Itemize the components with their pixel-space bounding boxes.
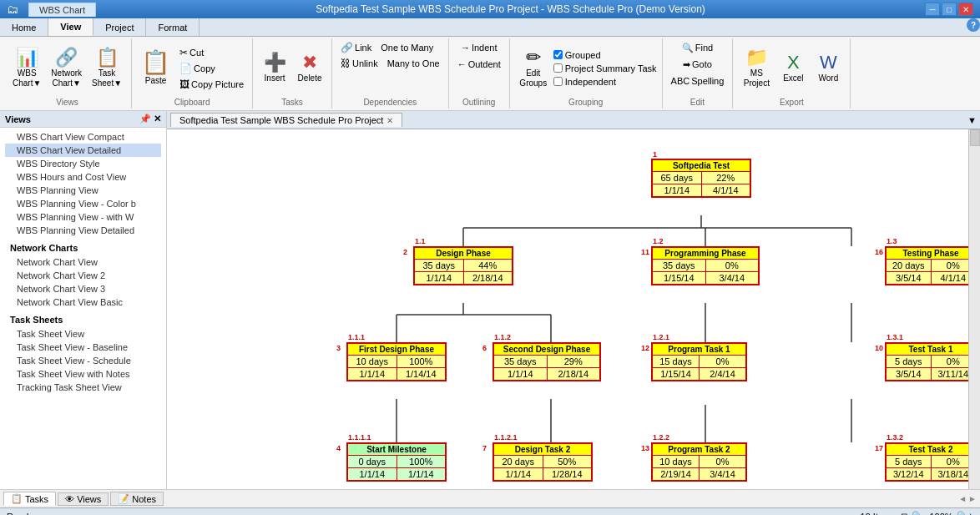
views-list: WBS Chart View Compact WBS Chart View De… — [0, 128, 166, 489]
independent-checkbox[interactable] — [553, 77, 563, 86]
view-item-wbs-detailed[interactable]: WBS Chart View Detailed — [5, 144, 161, 157]
bottom-tab-notes[interactable]: 📝 Notes — [110, 492, 164, 506]
view-item-wbs-compact[interactable]: WBS Chart View Compact — [5, 130, 161, 144]
view-item-network-basic[interactable]: Network Chart View Basic — [5, 295, 161, 309]
doc-tab-close[interactable]: ✕ — [386, 116, 393, 125]
goto-button[interactable]: ➡ Goto — [679, 57, 715, 72]
edit-groups-button[interactable]: ✏ EditGroups — [515, 43, 552, 93]
view-item-wbs-planning-color[interactable]: WBS Planning View - Color b — [5, 197, 161, 210]
wbs-node-1-1[interactable]: 1.1 2 Design Phase 35 days 44% 1/1/14 2/… — [413, 246, 513, 285]
word-button[interactable]: W Word — [811, 43, 845, 93]
view-item-tracking-task-sheet[interactable]: Tracking Task Sheet View — [5, 381, 161, 394]
grouped-checkbox[interactable] — [553, 50, 563, 59]
node-end-1-1-1-1: 1/1/14 — [397, 468, 446, 480]
doc-tab-scroll[interactable]: ▼ — [964, 115, 980, 125]
view-item-wbs-planning[interactable]: WBS Planning View — [5, 184, 161, 197]
tasks-group-content: ➕ Insert ✖ Delete — [258, 40, 326, 96]
ribbon-group-grouping: ✏ EditGroups Grouped Project Summary Tas… — [510, 38, 663, 109]
restore-button[interactable]: □ — [942, 3, 957, 16]
spelling-button[interactable]: ABC Spelling — [668, 73, 728, 88]
wbs-node-1-1-2-1[interactable]: 1.1.2.1 7 Design Task 2 20 days 50% 1/1/… — [493, 442, 593, 482]
bottom-tabs: 📋 Tasks 👁 Views 📝 Notes ◄ ► — [0, 489, 980, 507]
node-end-1-1-2-1: 1/28/14 — [543, 468, 592, 480]
bottom-tab-views[interactable]: 👁 Views — [58, 492, 109, 506]
view-item-network-3[interactable]: Network Chart View 3 — [5, 282, 161, 295]
doc-tab[interactable]: Softpedia Test Sample WBS Schedule Pro P… — [170, 113, 402, 127]
one-to-many-button[interactable]: One to Many — [377, 40, 437, 55]
project-summary-checkbox-row[interactable]: Project Summary Task — [553, 63, 657, 73]
outdent-button[interactable]: ← Outdent — [454, 57, 504, 72]
view-item-task-sheet-baseline[interactable]: Task Sheet View - Baseline — [5, 341, 161, 354]
wbs-node-1-2-1[interactable]: 1.2.1 12 Program Task 1 15 days 0% 1/15/… — [651, 342, 747, 381]
task-sheet-button[interactable]: 📋 TaskSheet▼ — [88, 43, 126, 93]
task-sheets-section: Task Sheets — [5, 312, 161, 327]
clipboard-group-label: Clipboard — [137, 96, 247, 107]
wbs-node-1-3-2[interactable]: 1.3.2 17 Test Task 2 5 days 0% 3/12/14 3… — [885, 442, 977, 482]
spelling-label: Spelling — [691, 76, 724, 86]
delete-button[interactable]: ✖ Delete — [293, 43, 326, 93]
status-zoom-out[interactable]: 🔍- — [912, 511, 927, 515]
word-label: Word — [819, 73, 839, 83]
view-item-task-sheet-1[interactable]: Task Sheet View — [5, 327, 161, 341]
find-button[interactable]: 🔍 Find — [679, 40, 716, 55]
tab-format[interactable]: Format — [146, 18, 200, 36]
indent-button[interactable]: → Indent — [457, 40, 501, 55]
view-item-wbs-planning-detailed[interactable]: WBS Planning View Detailed — [5, 224, 161, 237]
views-panel-pin[interactable]: 📌 — [139, 114, 151, 124]
tab-project[interactable]: Project — [93, 18, 146, 36]
cut-button[interactable]: ✂ Cut — [176, 45, 247, 60]
grouped-checkbox-row[interactable]: Grouped — [553, 50, 657, 60]
clipboard-stack: ✂ Cut 📄 Copy 🖼 Copy Picture — [176, 45, 247, 92]
copy-button[interactable]: 📄 Copy — [176, 61, 247, 76]
status-zoom: 100% — [929, 512, 952, 516]
node-row-1b: 1/1/14 4/1/14 — [653, 184, 750, 196]
view-item-network-1[interactable]: Network Chart View — [5, 255, 161, 269]
insert-button[interactable]: ➕ Insert — [258, 43, 291, 93]
link-button[interactable]: 🔗 Link — [337, 40, 375, 55]
copy-picture-button[interactable]: 🖼 Copy Picture — [176, 77, 247, 92]
bottom-tab-tasks[interactable]: 📋 Tasks — [3, 492, 56, 506]
wbs-node-1-2[interactable]: 1.2 11 Programming Phase 35 days 0% 1/15… — [651, 246, 760, 285]
help-button[interactable]: ? — [967, 18, 980, 32]
network-chart-button[interactable]: 🔗 NetworkChart▼ — [47, 43, 86, 93]
node-duration-1-1-2: 35 days — [494, 356, 548, 367]
views-panel-close[interactable]: ✕ — [154, 114, 161, 124]
view-item-wbs-directory[interactable]: WBS Directory Style — [5, 157, 161, 170]
node-duration-1-1-2-1: 20 days — [494, 456, 543, 467]
node-start-1-1-1-1: 1/1/14 — [348, 468, 397, 480]
tab-home[interactable]: Home — [0, 18, 48, 36]
wbs-node-1-1-1[interactable]: 1.1.1 3 First Design Phase 10 days 100% … — [346, 342, 447, 381]
node-id-12: 12 — [641, 344, 649, 352]
many-to-one-button[interactable]: Many to One — [384, 56, 443, 71]
view-item-wbs-planning-with[interactable]: WBS Planning View - with W — [5, 210, 161, 224]
chart-scrollbar-v[interactable] — [968, 129, 980, 489]
wbs-node-1[interactable]: 1 Softpedia Test 65 days 22% 1/1/14 4/1/… — [651, 159, 751, 198]
independent-checkbox-row[interactable]: Independent — [553, 77, 657, 87]
unlink-button[interactable]: ⛓ Unlink — [337, 56, 381, 71]
paste-button[interactable]: 📋 Paste — [137, 43, 174, 93]
node-end-1-2-1: 2/4/14 — [700, 368, 745, 380]
ribbon-content: 📊 WBSChart▼ 🔗 NetworkChart▼ 📋 TaskSheet▼… — [0, 37, 980, 110]
view-item-network-2[interactable]: Network Chart View 2 — [5, 269, 161, 282]
minimize-button[interactable]: ─ — [925, 3, 940, 16]
ms-project-label: MSProject — [744, 68, 770, 88]
wbs-node-1-1-2[interactable]: 1.1.2 6 Second Design Phase 35 days 29% … — [493, 342, 601, 381]
close-button[interactable]: ✕ — [958, 3, 973, 16]
tab-view[interactable]: View — [48, 18, 93, 36]
edit-group-content: 🔍 Find ➡ Goto ABC Spelling — [668, 40, 728, 96]
chart-area[interactable]: 1 Softpedia Test 65 days 22% 1/1/14 4/1/… — [167, 129, 980, 489]
excel-button[interactable]: X Excel — [776, 43, 810, 93]
ms-project-button[interactable]: 📁 MSProject — [738, 43, 775, 93]
wbs-node-1-3-1[interactable]: 1.3.1 10 Test Task 1 5 days 0% 3/5/14 3/… — [885, 342, 977, 381]
project-summary-checkbox[interactable] — [553, 63, 563, 73]
view-item-wbs-hours-cost[interactable]: WBS Hours and Cost View — [5, 170, 161, 184]
status-zoom-in[interactable]: 🔍+ — [957, 511, 973, 515]
wbs-chart-button[interactable]: 📊 WBSChart▼ — [8, 43, 45, 93]
views-group-label: Views — [8, 96, 126, 107]
wbs-node-1-1-1-1[interactable]: 1.1.1.1 4 Start Milestone 0 days 100% 1/… — [346, 442, 447, 482]
wbs-node-1-2-2[interactable]: 1.2.2 13 Program Task 2 10 days 0% 2/19/… — [651, 442, 747, 482]
view-item-task-sheet-schedule[interactable]: Task Sheet View - Schedule — [5, 354, 161, 367]
wbs-node-1-3[interactable]: 1.3 16 Testing Phase 20 days 0% 3/5/14 4… — [885, 246, 977, 285]
wbs-chart-tab[interactable]: WBS Chart — [28, 3, 96, 17]
view-item-task-sheet-notes[interactable]: Task Sheet View with Notes — [5, 367, 161, 381]
